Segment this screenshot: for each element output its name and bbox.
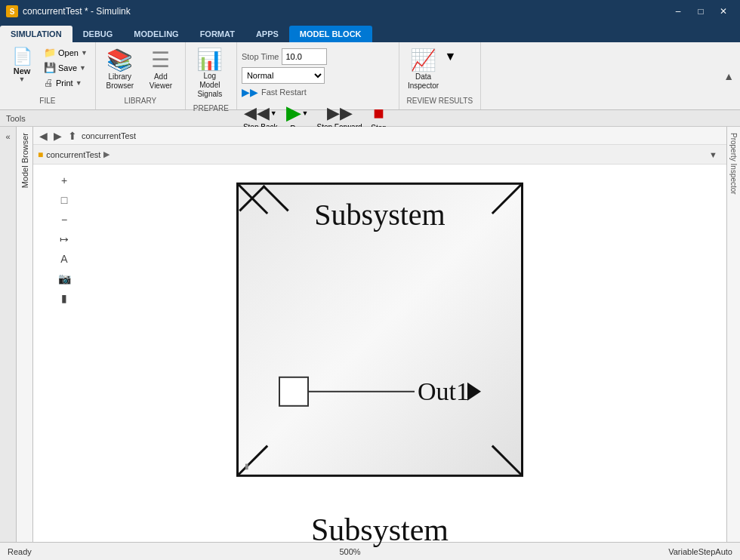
- fast-restart-label: Fast Restart: [261, 88, 307, 97]
- path-dropdown[interactable]: ▼: [705, 150, 722, 159]
- text-button[interactable]: A: [56, 251, 72, 267]
- library-browser-label: LibraryBrowser: [106, 72, 134, 91]
- path-arrow-icon: ▶: [103, 149, 109, 159]
- model-path-bar: ■ concurrentTest ▶ ▼: [33, 145, 726, 165]
- tab-simulation[interactable]: SIMULATION: [0, 26, 72, 42]
- stop-time-label: Stop Time: [242, 52, 279, 61]
- data-inspector-icon: 📈: [410, 50, 436, 71]
- zoom-out-button[interactable]: −: [56, 211, 72, 228]
- library-browser-icon: 📚: [106, 50, 133, 71]
- property-inspector-label[interactable]: Property Inspector: [727, 127, 740, 201]
- breadcrumb-item-concurrent-test[interactable]: concurrentTest: [82, 131, 136, 140]
- titlebar: S concurrentTest * - Simulink – □ ✕: [0, 0, 740, 23]
- new-dropdown-icon[interactable]: ▼: [19, 75, 26, 83]
- step-back-icon: ◀◀: [244, 103, 270, 123]
- zoom-fit-button[interactable]: □: [56, 192, 72, 208]
- review-dropdown-icon[interactable]: ▼: [445, 50, 457, 63]
- corner-bl-decoration: [238, 445, 268, 475]
- log-signals-label: Log ModelSignals: [193, 72, 227, 99]
- ribbon: 📄 New ▼ 📁 Open ▼ 💾 Save ▼: [0, 42, 740, 110]
- print-button[interactable]: 🖨 Print ▼: [41, 75, 91, 90]
- model-browser-panel[interactable]: Model Browser: [17, 127, 33, 542]
- ribbon-section-review: 📈 DataInspector ▼ REVIEW RESULTS: [399, 42, 482, 109]
- titlebar-controls: – □ ✕: [668, 4, 734, 19]
- ribbon-section-file: 📄 New ▼ 📁 Open ▼ 💾 Save ▼: [0, 42, 96, 109]
- data-inspector-label: DataInspector: [408, 72, 439, 91]
- corner-br-decoration: [492, 445, 522, 475]
- output-port-arrow: [467, 383, 481, 401]
- library-browser-button[interactable]: 📚 LibraryBrowser: [100, 45, 140, 95]
- left-sidebar: «: [0, 127, 17, 542]
- canvas-area: ◀ ▶ ⬆ concurrentTest ■ concurrentTest ▶ …: [33, 127, 726, 542]
- signal-input-box: [279, 377, 309, 407]
- canvas: + □ − ↦ A 📷 ▮ Subsystem: [33, 165, 726, 542]
- signal-line: [309, 391, 415, 392]
- print-icon: 🖨: [44, 77, 54, 88]
- canvas-tools: + □ − ↦ A 📷 ▮: [56, 172, 72, 306]
- stop-time-row: Stop Time: [242, 48, 394, 65]
- ribbon-section-prepare: 📊 Log ModelSignals PREPARE: [186, 42, 237, 109]
- print-label: Print: [56, 78, 73, 88]
- run-icon: ▶: [286, 101, 301, 125]
- close-button[interactable]: ✕: [713, 4, 734, 19]
- log-model-signals-button[interactable]: 📊 Log ModelSignals: [190, 45, 230, 103]
- forward-button[interactable]: ▶: [52, 130, 63, 142]
- fit-view-button[interactable]: ↦: [56, 231, 72, 248]
- tab-model-block[interactable]: MODEL BLOCK: [289, 26, 372, 42]
- block-label: Subsystem: [311, 512, 449, 548]
- titlebar-left: S concurrentTest * - Simulink: [6, 5, 131, 17]
- data-inspector-button[interactable]: 📈 DataInspector: [404, 45, 443, 95]
- block-watermark: ▮: [245, 462, 249, 470]
- new-label: New: [14, 66, 31, 75]
- save-button[interactable]: 💾 Save ▼: [41, 60, 91, 75]
- fast-restart-button[interactable]: ▶▶ Fast Restart: [242, 86, 394, 98]
- snapshot-button[interactable]: 📷: [56, 270, 72, 287]
- sidebar-collapse-button[interactable]: «: [2, 130, 15, 143]
- right-panel: Property Inspector: [726, 127, 740, 542]
- prepare-section-label: PREPARE: [190, 103, 232, 114]
- open-button[interactable]: 📁 Open ▼: [41, 45, 91, 60]
- fast-restart-icon: ▶▶: [242, 86, 258, 98]
- add-viewer-button[interactable]: ☰ AddViewer: [141, 45, 180, 95]
- library-section-label: LIBRARY: [100, 95, 180, 106]
- zoom-in-button[interactable]: +: [56, 172, 72, 189]
- block-border: Subsystem Out1 ▮: [236, 183, 523, 477]
- up-button[interactable]: ⬆: [66, 130, 79, 142]
- model-icon: ■: [38, 149, 43, 160]
- subsystem-block[interactable]: Subsystem Out1 ▮: [236, 183, 523, 477]
- main-area: « Model Browser ◀ ▶ ⬆ concurrentTest ■ c…: [0, 127, 740, 542]
- add-viewer-icon: ☰: [151, 50, 170, 71]
- out1-label: Out1: [418, 377, 469, 406]
- new-button[interactable]: 📄 New ▼: [5, 45, 39, 85]
- minimize-button[interactable]: –: [668, 4, 689, 19]
- tab-debug[interactable]: DEBUG: [72, 26, 124, 42]
- tab-format[interactable]: FORMAT: [190, 26, 245, 42]
- block-button[interactable]: ▮: [56, 290, 72, 306]
- status-ready: Ready: [8, 547, 32, 556]
- model-name[interactable]: concurrentTest: [46, 150, 100, 159]
- tab-apps[interactable]: APPS: [245, 26, 289, 42]
- simulation-mode-select[interactable]: Normal Accelerator Rapid Accelerator: [242, 67, 325, 84]
- stop-icon: ■: [373, 103, 384, 124]
- signal-area: Out1: [279, 377, 481, 407]
- open-label: Open: [58, 48, 79, 57]
- new-icon: 📄: [12, 47, 32, 66]
- status-solver: VariableStepAuto: [668, 547, 732, 556]
- ribbon-section-simulate: Stop Time Normal Accelerator Rapid Accel…: [237, 42, 399, 109]
- tools-label: Tools: [6, 114, 26, 123]
- tab-modeling[interactable]: MODELING: [123, 26, 189, 42]
- maximize-button[interactable]: □: [690, 4, 711, 19]
- back-button[interactable]: ◀: [38, 130, 49, 142]
- status-zoom: 500%: [339, 547, 360, 556]
- save-icon: 💾: [44, 62, 56, 73]
- titlebar-title: concurrentTest * - Simulink: [23, 6, 131, 17]
- ribbon-tabs: SIMULATION DEBUG MODELING FORMAT APPS MO…: [0, 23, 740, 42]
- breadcrumb-bar: ◀ ▶ ⬆ concurrentTest: [33, 127, 726, 145]
- ribbon-collapse-button[interactable]: ▲: [720, 67, 737, 85]
- ribbon-section-library: 📚 LibraryBrowser ☰ AddViewer LIBRARY: [96, 42, 186, 109]
- model-browser-label[interactable]: Model Browser: [17, 127, 32, 194]
- step-forward-icon: ▶▶: [327, 103, 353, 123]
- open-icon: 📁: [44, 47, 56, 58]
- review-section-label: REVIEW RESULTS: [404, 95, 476, 106]
- stop-time-input[interactable]: [282, 48, 327, 65]
